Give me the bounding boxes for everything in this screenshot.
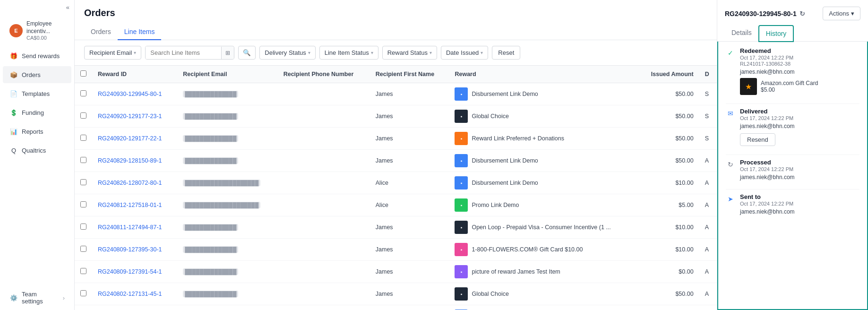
reward-thumbnail: ▪ bbox=[455, 132, 468, 145]
row-status: A bbox=[699, 261, 717, 283]
file-icon: 📄 bbox=[9, 89, 18, 98]
reward-name: Reward Link Preferred + Donations bbox=[472, 135, 564, 142]
sidebar-item-orders[interactable]: 📦 Orders bbox=[3, 66, 71, 83]
delivery-status-dropdown[interactable]: Delivery Status ▾ bbox=[259, 46, 315, 60]
recipient-email: ██████████████ bbox=[183, 224, 238, 231]
reward-thumbnail: ▪ bbox=[455, 243, 468, 256]
recipient-first-name: Alice bbox=[370, 172, 449, 194]
chevron-down-icon: ▾ bbox=[481, 50, 483, 55]
row-checkbox[interactable] bbox=[80, 135, 86, 141]
row-checkbox[interactable] bbox=[80, 201, 86, 207]
sidebar-item-label: Send rewards bbox=[22, 52, 60, 60]
gift-card-name: Amazon.com Gift Card bbox=[761, 80, 818, 86]
sidebar-item-templates[interactable]: 📄 Templates bbox=[3, 85, 71, 102]
row-checkbox[interactable] bbox=[80, 112, 86, 119]
sidebar: « E Employee incentiv... CA$0.00 🎁 Send … bbox=[0, 0, 75, 310]
date-issued-dropdown[interactable]: Date Issued ▾ bbox=[441, 46, 488, 60]
reward-id-link[interactable]: RG240829-128150-89-1 bbox=[98, 157, 162, 164]
main-content: Orders Orders Line Items Recipient Email… bbox=[75, 0, 717, 310]
sidebar-item-team-settings[interactable]: ⚙️ Team settings › bbox=[3, 286, 71, 309]
dollar-icon: 💲 bbox=[9, 108, 18, 117]
recipient-first-name: James bbox=[370, 83, 449, 105]
recipient-email-dropdown[interactable]: Recipient Email ▾ bbox=[84, 46, 141, 60]
refresh-icon[interactable]: ↻ bbox=[799, 10, 805, 17]
history-date: Oct 17, 2024 12:22 PM bbox=[740, 201, 859, 207]
reward-thumbnail: ▪ bbox=[455, 110, 468, 123]
row-checkbox[interactable] bbox=[80, 268, 86, 274]
table-row: RG240812-127518-01-1 ███████████████████… bbox=[75, 194, 717, 216]
arrow-status-icon: ➤ bbox=[726, 194, 735, 204]
right-panel-id: RG240930-129945-80-1 ↻ bbox=[725, 10, 805, 17]
row-checkbox[interactable] bbox=[80, 290, 86, 296]
history-divider bbox=[726, 155, 859, 155]
org-avatar: E bbox=[9, 24, 23, 37]
gift-card-thumbnail: ★ bbox=[740, 78, 757, 95]
reset-button[interactable]: Reset bbox=[492, 46, 520, 60]
history-divider bbox=[726, 189, 859, 189]
sidebar-item-reports[interactable]: 📊 Reports bbox=[3, 123, 71, 140]
reward-thumbnail: ▪ bbox=[455, 221, 468, 234]
sidebar-item-label: Orders bbox=[22, 71, 41, 78]
recipient-phone bbox=[278, 172, 370, 194]
history-content: Sent to Oct 17, 2024 12:22 PM james.niek… bbox=[740, 193, 859, 215]
sidebar-collapse-button[interactable]: « bbox=[0, 0, 74, 15]
history-divider bbox=[726, 103, 859, 104]
reward-cell: ▪ Disbursement Link Demo bbox=[455, 176, 633, 189]
reward-id-link[interactable]: RG240809-127395-30-1 bbox=[98, 246, 162, 253]
reward-id-link[interactable]: RG240826-128072-80-1 bbox=[98, 180, 162, 186]
reward-status-dropdown[interactable]: Reward Status ▾ bbox=[382, 46, 437, 60]
actions-button[interactable]: Actions ▾ bbox=[823, 7, 860, 20]
check-status-icon: ✓ bbox=[726, 48, 735, 58]
row-checkbox[interactable] bbox=[80, 224, 86, 230]
line-item-status-dropdown[interactable]: Line Item Status ▾ bbox=[319, 46, 378, 60]
gear-icon: ⚙️ bbox=[9, 293, 18, 302]
reward-id-link[interactable]: RG240802-127131-45-1 bbox=[98, 291, 162, 297]
col-status: D bbox=[699, 66, 717, 83]
sidebar-item-qualtrics[interactable]: Q Qualtrics bbox=[3, 142, 71, 159]
tab-orders[interactable]: Orders bbox=[84, 24, 118, 40]
panel-tab-details[interactable]: Details bbox=[725, 25, 758, 42]
sidebar-item-label: Templates bbox=[22, 90, 50, 97]
reward-id-link[interactable]: RG240812-127518-01-1 bbox=[98, 202, 162, 208]
table-row: RG240920-129177-22-1 ██████████████ Jame… bbox=[75, 128, 717, 150]
reward-id-link[interactable]: RG240811-127494-87-1 bbox=[98, 224, 162, 231]
sidebar-item-send-rewards[interactable]: 🎁 Send rewards bbox=[3, 47, 71, 64]
recipient-email: ██████████████ bbox=[183, 268, 238, 275]
search-input[interactable] bbox=[146, 46, 221, 59]
reward-id-link[interactable]: RG240920-129177-22-1 bbox=[98, 135, 162, 142]
recipient-first-name: Alice bbox=[370, 194, 449, 216]
issued-amount: $0.00 bbox=[638, 261, 699, 283]
table-row: RG240930-129945-80-1 ██████████████ Jame… bbox=[75, 83, 717, 105]
reward-id-link[interactable]: RG240920-129177-23-1 bbox=[98, 113, 162, 120]
reward-thumbnail: ▪ bbox=[455, 87, 468, 101]
recipient-email-label: Recipient Email bbox=[89, 49, 132, 56]
reward-id-link[interactable]: RG240930-129945-80-1 bbox=[98, 91, 162, 97]
reward-id-link[interactable]: RG240809-127391-54-1 bbox=[98, 268, 162, 275]
row-checkbox[interactable] bbox=[80, 90, 86, 96]
row-checkbox[interactable] bbox=[80, 246, 86, 252]
delivery-status-label: Delivery Status bbox=[265, 49, 306, 56]
col-recipient-first-name: Recipient First Name bbox=[370, 66, 449, 83]
select-all-checkbox[interactable] bbox=[80, 70, 86, 77]
tab-line-items[interactable]: Line Items bbox=[118, 24, 162, 40]
recipient-first-name: James bbox=[370, 128, 449, 150]
history-date: Oct 17, 2024 12:22 PM bbox=[740, 166, 859, 172]
chevron-right-icon: › bbox=[63, 294, 65, 301]
recipient-email: ██████████████ bbox=[183, 246, 238, 253]
history-title: Delivered bbox=[740, 108, 859, 115]
search-grid-button[interactable]: ⊞ bbox=[221, 47, 234, 59]
row-checkbox[interactable] bbox=[80, 179, 86, 185]
row-checkbox[interactable] bbox=[80, 157, 86, 163]
sidebar-item-funding[interactable]: 💲 Funding bbox=[3, 104, 71, 121]
resend-button[interactable]: Resend bbox=[740, 133, 775, 146]
search-button[interactable]: 🔍 bbox=[238, 46, 256, 60]
history-email: james.niek@bhn.com bbox=[740, 123, 859, 129]
recipient-phone bbox=[278, 216, 370, 239]
history-email: james.niek@bhn.com bbox=[740, 174, 859, 181]
col-reward-id: Reward ID bbox=[92, 66, 177, 83]
mail-status-icon: ✉ bbox=[726, 109, 735, 118]
gift-card-amount: $5.00 bbox=[761, 86, 818, 93]
recipient-email: ████████████████████ bbox=[183, 180, 260, 186]
recipient-phone bbox=[278, 239, 370, 261]
panel-tab-history[interactable]: History bbox=[758, 25, 794, 42]
